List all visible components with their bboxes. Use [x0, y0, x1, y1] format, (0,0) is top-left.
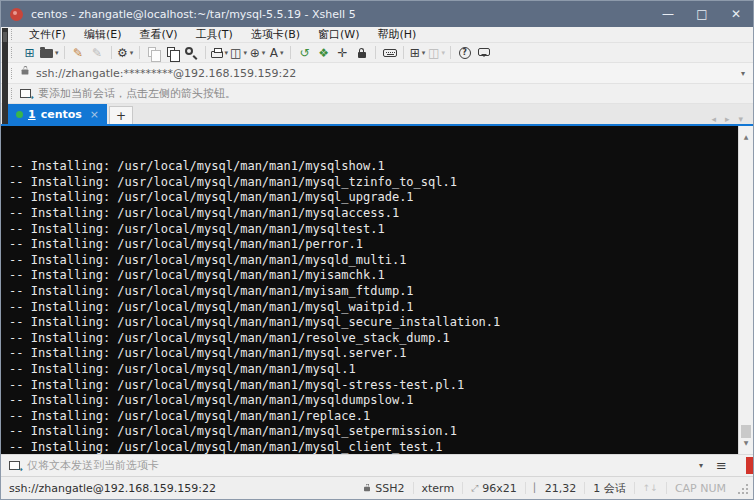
window-controls: — □ ✕	[651, 1, 753, 27]
terminal-line: -- Installing: /usr/local/mysql/man/man1…	[9, 440, 735, 454]
new-window-icon: ⊞	[410, 46, 420, 60]
split-layout-button[interactable]: ◫▾	[230, 44, 247, 62]
title-bar: centos - zhangatle@localhost:~/tar/mysql…	[1, 1, 753, 27]
tunnel-pane-button[interactable]: ↺	[296, 44, 313, 62]
menu-tabs[interactable]: 选项卡(B)	[242, 27, 309, 42]
tab-centos[interactable]: 1 centos ×	[8, 104, 107, 124]
help-button[interactable]: ?	[456, 44, 473, 62]
maximize-button[interactable]: □	[685, 1, 719, 27]
scroll-up-icon[interactable]: ▲	[739, 129, 753, 145]
reconnect-button[interactable]: ✎	[70, 44, 87, 62]
fullscreen-button[interactable]: ✛	[334, 44, 351, 62]
menu-edit[interactable]: 编辑(E)	[75, 27, 131, 42]
address-dropdown-icon[interactable]: ▾	[741, 69, 745, 78]
menu-window[interactable]: 窗口(W)	[309, 27, 368, 42]
minimize-button[interactable]: —	[651, 1, 685, 27]
docked-panel-strip[interactable]	[2, 28, 8, 124]
status-session-count: 1 会话	[593, 481, 626, 496]
paste-button[interactable]	[164, 44, 181, 62]
print-button[interactable]: ▾	[211, 44, 229, 62]
tab-number: 1	[28, 108, 36, 121]
send-to-tab-icon[interactable]	[9, 461, 20, 470]
terminal-line: -- Installing: /usr/local/mysql/man/man1…	[9, 346, 735, 362]
arrange-windows-icon: ◫	[428, 46, 439, 60]
new-session-button[interactable]: ⊞	[21, 44, 38, 62]
terminal-output[interactable]: -- Installing: /usr/local/mysql/man/man1…	[1, 126, 753, 454]
menu-help[interactable]: 帮助(H)	[369, 27, 426, 42]
tab-list-dropdown-icon: ▾	[738, 114, 743, 124]
status-screen-size: ⤢96x21	[471, 482, 517, 495]
resize-grip[interactable]	[736, 482, 749, 495]
terminal-scrollbar[interactable]: ▲ ▼	[738, 126, 753, 454]
font-button[interactable]: A▾	[268, 44, 285, 62]
toolbar-separator	[375, 46, 376, 59]
send-text-placeholder: 仅将文本发送到当前选项卡	[27, 458, 159, 473]
lock-screen-icon	[358, 52, 366, 58]
drag-handle[interactable]	[11, 47, 13, 58]
lock-icon	[364, 487, 370, 492]
toolbar-separator	[139, 46, 140, 59]
toolbar-separator	[205, 46, 206, 59]
virtual-keyboard-button[interactable]	[381, 44, 398, 62]
tab-nav: ◂ ▸ ▾	[711, 114, 753, 124]
dropdown-arrow-icon: ▾	[55, 49, 59, 57]
font-icon: A	[270, 46, 278, 60]
status-separator	[634, 482, 635, 494]
find-button[interactable]	[183, 44, 200, 62]
terminal-line: -- Installing: /usr/local/mysql/man/man1…	[9, 424, 735, 440]
alert-badge[interactable]	[746, 457, 753, 474]
terminal-line: -- Installing: /usr/local/mysql/man/man1…	[9, 237, 735, 253]
status-session-count-text: 1 会话	[593, 481, 626, 496]
terminal-line: -- Installing: /usr/local/mysql/man/man1…	[9, 331, 735, 347]
xshell-window: centos - zhangatle@localhost:~/tar/mysql…	[0, 0, 754, 500]
tab-close-icon[interactable]: ×	[90, 108, 99, 121]
open-sessions-folder-icon	[40, 49, 53, 58]
terminal-line: -- Installing: /usr/local/mysql/man/man1…	[9, 190, 735, 206]
terminal-line: -- Installing: /usr/local/mysql/man/man1…	[9, 284, 735, 300]
dropdown-arrow-icon: ▾	[422, 49, 426, 57]
add-session-icon[interactable]	[20, 89, 31, 98]
fullscreen-icon: ✛	[338, 46, 348, 60]
session-properties-button[interactable]: ⚙▾	[117, 44, 134, 62]
drag-handle[interactable]	[11, 88, 13, 99]
status-indicators: ↑↓	[643, 483, 658, 493]
menu-view[interactable]: 查看(V)	[130, 27, 186, 42]
send-menu-icon[interactable]: ≡	[716, 458, 727, 473]
web-browser-button[interactable]: ⊕▾	[249, 44, 266, 62]
screen-size-icon: ⤢	[471, 483, 478, 494]
feedback-button[interactable]	[475, 44, 492, 62]
copy-button	[145, 44, 162, 62]
status-lock-keys-text: CAP NUM	[675, 482, 726, 495]
new-tab-button[interactable]: +	[109, 106, 133, 124]
menu-file[interactable]: 文件(F)	[20, 27, 75, 42]
send-text-bar[interactable]: 仅将文本发送到当前选项卡 ▾ ≡	[1, 454, 753, 476]
status-screen-size-text: 96x21	[482, 482, 517, 495]
terminal-line: -- Installing: /usr/local/mysql/man/man1…	[9, 175, 735, 191]
drag-handle[interactable]	[11, 68, 13, 79]
close-button[interactable]: ✕	[719, 1, 753, 27]
status-separator	[462, 482, 463, 494]
lock-screen-button[interactable]	[353, 44, 370, 62]
terminal-line: -- Installing: /usr/local/mysql/man/man1…	[9, 159, 735, 175]
send-mode-dropdown-icon[interactable]: ▾	[699, 461, 703, 470]
lock-icon	[22, 69, 29, 74]
reconnect-icon: ✎	[73, 46, 83, 60]
status-right: SSH2xterm⤢96x21▏21,321 会话↑↓CAP NUM	[363, 481, 749, 496]
new-window-button[interactable]: ⊞▾	[409, 44, 426, 62]
status-bar: ssh://zhangatle@192.168.159.159:22 SSH2x…	[1, 476, 753, 499]
status-terminal-type-text: xterm	[422, 482, 455, 495]
toolbar-separator	[403, 46, 404, 59]
open-sessions-folder-button[interactable]: ▾	[40, 44, 59, 62]
file-transfer-button[interactable]: ❖	[315, 44, 332, 62]
terminal-line: -- Installing: /usr/local/mysql/man/man1…	[9, 300, 735, 316]
status-protocol-text: SSH2	[375, 482, 404, 495]
address-input[interactable]: ssh://zhangatle:*********@192.168.159.15…	[36, 67, 296, 80]
scroll-down-icon[interactable]: ▼	[739, 435, 753, 451]
menu-tools[interactable]: 工具(T)	[187, 27, 242, 42]
terminal-line: -- Installing: /usr/local/mysql/man/man1…	[9, 206, 735, 222]
dropdown-arrow-icon: ▾	[130, 49, 134, 57]
copy-icon	[148, 47, 156, 57]
drag-handle[interactable]	[11, 29, 13, 40]
cursor-position-icon: ▏	[534, 483, 541, 493]
tab-scroll-left-icon: ◂	[711, 114, 716, 124]
